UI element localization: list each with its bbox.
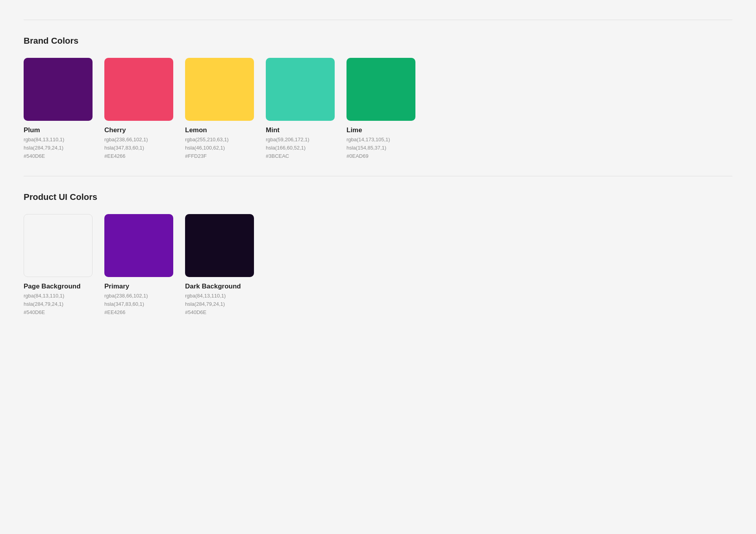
color-rgba-mint: rgba(59,206,172,1) [266, 136, 335, 144]
color-hex-lemon: #FFD23F [185, 152, 254, 161]
color-swatch-lime [346, 58, 415, 121]
color-hsla-dark-background: hsla(284,79,24,1) [185, 300, 254, 309]
color-hsla-primary: hsla(347,83,60,1) [104, 300, 173, 309]
color-hex-lime: #0EAD69 [346, 152, 415, 161]
color-hex-plum: #540D6E [24, 152, 93, 161]
color-name-primary: Primary [104, 283, 173, 290]
color-card-dark-background: Dark Backgroundrgba(84,13,110,1)hsla(284… [185, 214, 254, 316]
color-hex-primary: #EE4266 [104, 309, 173, 317]
color-card-lime: Limergba(14,173,105,1)hsla(154,85,37,1)#… [346, 58, 415, 160]
color-rgba-lemon: rgba(255,210,63,1) [185, 136, 254, 144]
color-grid-brand-colors: Plumrgba(84,13,110,1)hsla(284,79,24,1)#5… [24, 58, 732, 160]
color-hex-dark-background: #540D6E [185, 309, 254, 317]
color-hsla-plum: hsla(284,79,24,1) [24, 144, 93, 152]
color-swatch-dark-background [185, 214, 254, 277]
color-rgba-plum: rgba(84,13,110,1) [24, 136, 93, 144]
color-name-plum: Plum [24, 126, 93, 134]
color-rgba-cherry: rgba(238,66,102,1) [104, 136, 173, 144]
color-hsla-lime: hsla(154,85,37,1) [346, 144, 415, 152]
color-card-lemon: Lemonrgba(255,210,63,1)hsla(46,100,62,1)… [185, 58, 254, 160]
section-product-ui-colors: Product UI ColorsPage Backgroundrgba(84,… [24, 176, 732, 316]
section-brand-colors: Brand ColorsPlumrgba(84,13,110,1)hsla(28… [24, 20, 732, 160]
color-grid-product-ui-colors: Page Backgroundrgba(84,13,110,1)hsla(284… [24, 214, 732, 316]
color-swatch-primary [104, 214, 173, 277]
color-name-dark-background: Dark Background [185, 283, 254, 290]
color-hex-cherry: #EE4266 [104, 152, 173, 161]
page-container: Brand ColorsPlumrgba(84,13,110,1)hsla(28… [24, 20, 732, 317]
color-card-plum: Plumrgba(84,13,110,1)hsla(284,79,24,1)#5… [24, 58, 93, 160]
color-rgba-dark-background: rgba(84,13,110,1) [185, 292, 254, 300]
color-rgba-page-background: rgba(84,13,110,1) [24, 292, 93, 300]
color-name-mint: Mint [266, 126, 335, 134]
color-hsla-cherry: hsla(347,83,60,1) [104, 144, 173, 152]
color-hsla-page-background: hsla(284,79,24,1) [24, 300, 93, 309]
color-card-mint: Mintrgba(59,206,172,1)hsla(166,60,52,1)#… [266, 58, 335, 160]
color-swatch-mint [266, 58, 335, 121]
color-swatch-plum [24, 58, 93, 121]
color-hsla-lemon: hsla(46,100,62,1) [185, 144, 254, 152]
color-swatch-lemon [185, 58, 254, 121]
color-name-lime: Lime [346, 126, 415, 134]
color-card-primary: Primaryrgba(238,66,102,1)hsla(347,83,60,… [104, 214, 173, 316]
color-rgba-primary: rgba(238,66,102,1) [104, 292, 173, 300]
color-name-page-background: Page Background [24, 283, 93, 290]
section-title-brand-colors: Brand Colors [24, 28, 732, 46]
color-name-cherry: Cherry [104, 126, 173, 134]
color-rgba-lime: rgba(14,173,105,1) [346, 136, 415, 144]
color-name-lemon: Lemon [185, 126, 254, 134]
color-hsla-mint: hsla(166,60,52,1) [266, 144, 335, 152]
color-hex-mint: #3BCEAC [266, 152, 335, 161]
section-title-product-ui-colors: Product UI Colors [24, 184, 732, 202]
color-swatch-page-background [24, 214, 93, 277]
color-hex-page-background: #540D6E [24, 309, 93, 317]
color-swatch-cherry [104, 58, 173, 121]
color-card-page-background: Page Backgroundrgba(84,13,110,1)hsla(284… [24, 214, 93, 316]
color-card-cherry: Cherryrgba(238,66,102,1)hsla(347,83,60,1… [104, 58, 173, 160]
